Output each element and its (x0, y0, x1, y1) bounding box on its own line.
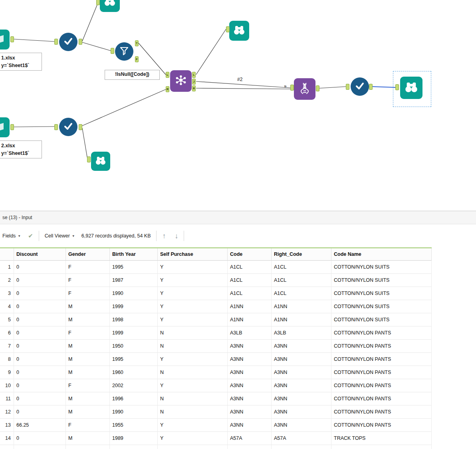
column-header[interactable]: Gender (66, 248, 110, 261)
workflow-canvas[interactable]: T F L R L J R » #2 1.xlsx y=`Sheet1$` !I… (0, 0, 476, 211)
table-cell[interactable]: 1996 (110, 392, 158, 405)
output-anchor-false[interactable]: F (135, 56, 139, 62)
table-cell[interactable]: COTTON/NYLON SUITS (331, 274, 432, 287)
table-cell[interactable]: M (66, 340, 110, 353)
table-cell[interactable] (66, 445, 110, 449)
table-cell[interactable]: A3NN (228, 353, 272, 366)
scroll-down-icon[interactable]: ↓ (175, 232, 178, 240)
table-cell[interactable]: N (158, 366, 228, 379)
table-cell[interactable]: COTTON/NYLON PANTS (331, 340, 432, 353)
table-cell[interactable]: 0 (14, 405, 66, 419)
table-cell[interactable]: 0 (14, 313, 66, 326)
table-cell[interactable]: A3NN (272, 405, 331, 419)
table-cell[interactable]: A3NN (272, 353, 331, 366)
input-anchor[interactable] (87, 156, 91, 162)
table-cell[interactable]: M (66, 405, 110, 419)
select-tool-2[interactable] (59, 118, 77, 136)
table-cell[interactable]: COTTON/NYLON PANTS (331, 405, 432, 419)
table-cell[interactable]: A3NN (272, 392, 331, 405)
table-cell[interactable]: N (158, 340, 228, 353)
output-anchor-true[interactable]: T (135, 40, 139, 46)
table-cell[interactable]: 0 (14, 300, 66, 313)
browse-tool-3[interactable] (91, 152, 110, 171)
table-cell[interactable]: 1999 (110, 300, 158, 313)
input-anchor[interactable] (54, 39, 58, 45)
table-cell[interactable]: 0 (14, 287, 66, 300)
table-cell[interactable]: COTTON/NYLON PANTS (331, 353, 432, 366)
output-anchor[interactable] (79, 39, 82, 45)
column-header[interactable]: Birth Year (110, 248, 158, 261)
browse-tool-4[interactable] (400, 77, 422, 99)
browse-tool-1[interactable] (100, 0, 120, 12)
table-cell[interactable]: M (66, 313, 110, 326)
table-cell[interactable]: A1NN (228, 300, 272, 313)
table-cell[interactable]: Y (158, 274, 228, 287)
table-cell[interactable]: 66.25 (14, 419, 66, 432)
table-cell[interactable]: A3NN (228, 405, 272, 419)
column-header[interactable]: Code (228, 248, 272, 261)
table-cell[interactable]: F (66, 261, 110, 274)
table-cell[interactable]: A1CL (228, 287, 272, 300)
input-anchor[interactable] (346, 84, 349, 90)
connection-select1-filter[interactable] (82, 42, 111, 51)
table-cell[interactable]: Y (158, 432, 228, 445)
fuzzy-match-tool[interactable] (294, 78, 315, 100)
table-cell[interactable]: 1960 (110, 366, 158, 379)
table-cell[interactable]: F (66, 419, 110, 432)
table-cell[interactable]: A1CL (228, 261, 272, 274)
browse-tool-2[interactable] (229, 21, 249, 41)
table-cell[interactable]: F (66, 274, 110, 287)
row-number-header[interactable] (0, 248, 14, 261)
annotation-input2[interactable]: 2.xlsx y=`Sheet1$` (0, 140, 42, 158)
input-anchor[interactable] (395, 84, 399, 90)
input-anchor[interactable] (226, 26, 230, 32)
connection-select2-browse3[interactable] (82, 128, 87, 159)
table-cell[interactable]: F (66, 326, 110, 340)
annotation-filter[interactable]: !IsNull([Code]) (105, 70, 160, 80)
input-anchor[interactable] (290, 85, 294, 91)
table-cell[interactable]: 1998 (110, 313, 158, 326)
column-header[interactable]: Right_Code (272, 248, 331, 261)
table-cell[interactable]: A3NN (228, 392, 272, 405)
table-cell[interactable]: Y (158, 313, 228, 326)
table-cell[interactable]: 0 (14, 432, 66, 445)
input-anchor[interactable] (96, 0, 100, 5)
table-cell[interactable]: COTTON/NYLON PANTS (331, 326, 432, 340)
table-cell[interactable]: COTTON/NYLON PANTS (331, 379, 432, 392)
connection-select1-browse1[interactable] (82, 3, 98, 41)
annotation-input1[interactable]: 1.xlsx y=`Sheet1$` (0, 53, 42, 71)
apply-check-icon[interactable]: ✔ (28, 232, 33, 239)
table-cell[interactable]: A3NN (272, 366, 331, 379)
output-anchor-right[interactable]: R (192, 85, 196, 91)
output-anchor-left[interactable]: L (192, 72, 196, 78)
table-cell[interactable]: M (66, 300, 110, 313)
input-anchor[interactable] (54, 124, 58, 130)
table-cell[interactable]: 0 (14, 261, 66, 274)
table-cell[interactable]: N (158, 392, 228, 405)
table-cell[interactable]: A57A (272, 432, 331, 445)
output-anchor[interactable] (369, 84, 373, 90)
table-cell[interactable]: 0 (14, 366, 66, 379)
table-cell[interactable]: A3NN (272, 340, 331, 353)
column-header[interactable]: Self Purchase (158, 248, 228, 261)
table-cell[interactable]: Y (158, 419, 228, 432)
table-cell[interactable]: A1CL (272, 261, 331, 274)
table-cell[interactable]: TRACK TOPS (331, 432, 432, 445)
connection-fuzzy-select3[interactable] (319, 87, 346, 88)
table-cell[interactable]: COTTON/NYLON SUITS (331, 261, 432, 274)
connection-input2-select2[interactable] (14, 127, 54, 127)
table-cell[interactable]: COTTON/NYLON PANTS (331, 366, 432, 379)
table-cell[interactable]: A1CL (272, 274, 331, 287)
input-data-tool-2[interactable] (0, 117, 10, 137)
table-cell[interactable]: A1CL (272, 287, 331, 300)
fields-dropdown[interactable]: Fields ▼ (2, 233, 21, 239)
scroll-up-icon[interactable]: ↑ (162, 232, 166, 240)
table-cell[interactable] (14, 445, 66, 449)
table-cell[interactable]: COTTON/NYLON SUITS (331, 300, 432, 313)
table-cell[interactable]: A1CL (228, 274, 272, 287)
table-cell[interactable]: A3NN (228, 379, 272, 392)
table-cell[interactable]: A1NN (228, 313, 272, 326)
table-cell[interactable]: 1995 (110, 261, 158, 274)
join-tool[interactable] (170, 70, 192, 92)
cell-viewer-dropdown[interactable]: Cell Viewer ▼ (45, 233, 75, 239)
